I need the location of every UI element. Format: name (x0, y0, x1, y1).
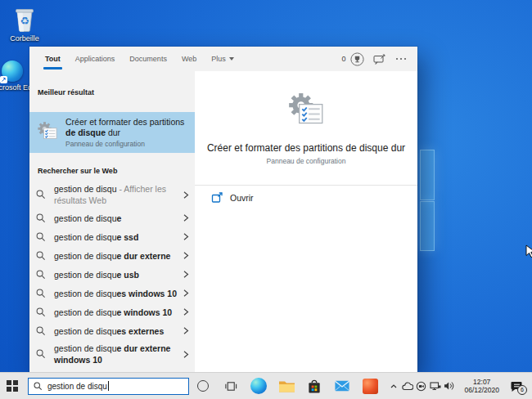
file-explorer-icon (278, 379, 295, 393)
tab-plus[interactable]: Plus (204, 47, 241, 71)
tab-documents[interactable]: Documents (122, 47, 174, 71)
more-options-icon[interactable] (394, 56, 408, 62)
network-tray-button[interactable] (428, 373, 442, 399)
best-match-subtitle: Panneau de configuration (65, 140, 188, 148)
tab-web[interactable]: Web (174, 47, 204, 71)
svg-text:♻: ♻ (20, 15, 29, 27)
web-search-suggestion[interactable]: gestion de disque dur externe windows 10 (29, 340, 195, 368)
onedrive-cloud-icon (402, 382, 413, 391)
open-action-label: Ouvrir (230, 193, 254, 203)
search-input-value: gestion de disqu (47, 382, 107, 391)
suggestion-text: gestion de disque usb (54, 267, 180, 283)
desktop: ♻ Corbeille Microsoft Edge Tout Applicat… (0, 0, 532, 399)
chevron-right-icon[interactable] (180, 289, 190, 298)
disk-management-icon (36, 121, 59, 144)
suggestion-text: gestion de disque ssd (54, 229, 180, 245)
open-icon (211, 192, 223, 204)
feedback-icon[interactable] (373, 54, 385, 65)
suggestion-text: gestion de disqu - Afficher les résultat… (54, 181, 180, 208)
edge-icon (2, 61, 23, 82)
file-explorer-button[interactable] (273, 373, 300, 399)
action-center-button[interactable]: 6 (506, 373, 527, 399)
web-search-suggestion[interactable]: gestion de disque usb (29, 265, 195, 284)
meet-now-tray-button[interactable] (414, 373, 428, 399)
search-flyout-panel: Tout Applications Documents Web Plus 0 (29, 47, 417, 372)
taskbar-search-input[interactable]: gestion de disqu (28, 378, 189, 395)
search-tab-bar: Tout Applications Documents Web Plus 0 (29, 47, 417, 71)
chevron-right-icon[interactable] (180, 270, 190, 279)
edge-taskbar-button[interactable] (245, 373, 273, 399)
suggestion-text: gestion de disque windows 10 (54, 304, 180, 321)
start-button[interactable] (0, 373, 25, 399)
meet-now-icon (416, 381, 426, 392)
desktop-icon-label: Corbeille (3, 34, 46, 43)
cortana-icon (197, 380, 209, 392)
open-action[interactable]: Ouvrir (195, 186, 417, 210)
onedrive-tray-button[interactable] (400, 373, 414, 399)
web-search-suggestion[interactable]: gestion de disque windows 10 (29, 303, 195, 321)
best-match-header: Meilleur résultat (29, 84, 195, 101)
web-search-rows: gestion de disqu - Afficher les résultat… (29, 181, 195, 368)
chevron-right-icon[interactable] (180, 350, 190, 359)
search-icon (36, 190, 46, 200)
preview-title: Créer et formater des partitions de disq… (195, 142, 417, 154)
mail-icon (334, 379, 350, 392)
desktop-icon-label: Microsoft Edge (0, 83, 34, 92)
system-tray: 12:07 06/12/2020 6 (386, 373, 532, 399)
best-match-result[interactable]: Créer et formater des partitions de disq… (29, 112, 195, 153)
chevron-right-icon[interactable] (180, 213, 190, 222)
suggestion-text: gestion de disques externes (54, 323, 180, 339)
web-search-header: Rechercher sur le Web (29, 163, 195, 179)
mouse-cursor (525, 244, 532, 259)
cortana-button[interactable] (189, 373, 217, 399)
chevron-right-icon[interactable] (180, 191, 190, 200)
office-icon (363, 379, 378, 394)
preview-subtitle: Panneau de configuration (195, 157, 417, 165)
search-results-list: Meilleur résultat (29, 71, 195, 372)
recycle-bin-icon: ♻ (13, 7, 36, 33)
desktop-icon-recycle-bin[interactable]: ♻ Corbeille (3, 7, 46, 43)
volume-tray-button[interactable] (442, 373, 456, 399)
tab-applications[interactable]: Applications (68, 47, 123, 71)
wallpaper-logo-pane (420, 201, 435, 251)
chevron-right-icon[interactable] (180, 251, 190, 260)
task-view-button[interactable] (217, 373, 245, 399)
taskbar-clock[interactable]: 12:07 06/12/2020 (456, 378, 506, 394)
shortcut-arrow-icon (0, 76, 7, 83)
web-search-suggestion[interactable]: gestion de disque (29, 208, 195, 227)
web-search-suggestion[interactable]: gestion de disque ssd (29, 227, 195, 246)
notification-badge: 6 (517, 385, 527, 395)
suggestion-text: gestion de disque dur externe windows 10 (54, 340, 180, 368)
clock-time: 12:07 (464, 378, 499, 386)
chevron-down-icon (229, 57, 234, 61)
search-icon (34, 382, 43, 391)
search-icon (36, 326, 46, 336)
office-button[interactable] (356, 373, 384, 399)
web-search-suggestion[interactable]: gestion de disques windows 10 (29, 284, 195, 303)
web-search-suggestion[interactable]: gestion de disques externes (29, 321, 195, 340)
search-icon (36, 213, 46, 223)
rewards-button[interactable]: 0 (341, 52, 363, 66)
network-icon (430, 381, 441, 391)
desktop-icon-edge[interactable]: Microsoft Edge (0, 61, 34, 92)
microsoft-store-icon (306, 379, 322, 394)
search-icon (36, 232, 46, 242)
chevron-up-icon (390, 383, 398, 390)
search-icon (36, 289, 46, 298)
text-caret (108, 381, 109, 391)
search-icon (36, 307, 46, 317)
disk-management-icon-large (286, 92, 327, 132)
chevron-right-icon[interactable] (180, 232, 190, 241)
tray-expand-button[interactable] (386, 373, 400, 399)
search-icon (36, 251, 46, 261)
tab-tout[interactable]: Tout (38, 47, 68, 71)
web-search-suggestion[interactable]: gestion de disque dur externe (29, 246, 195, 265)
microsoft-store-button[interactable] (300, 373, 328, 399)
chevron-right-icon[interactable] (180, 326, 190, 335)
rewards-trophy-icon (350, 52, 364, 66)
clock-date: 06/12/2020 (464, 386, 499, 394)
mail-button[interactable] (328, 373, 356, 399)
best-match-title: Créer et formater des partitions de disq… (65, 117, 188, 138)
chevron-right-icon[interactable] (180, 307, 190, 316)
web-search-suggestion[interactable]: gestion de disqu - Afficher les résultat… (29, 181, 195, 208)
